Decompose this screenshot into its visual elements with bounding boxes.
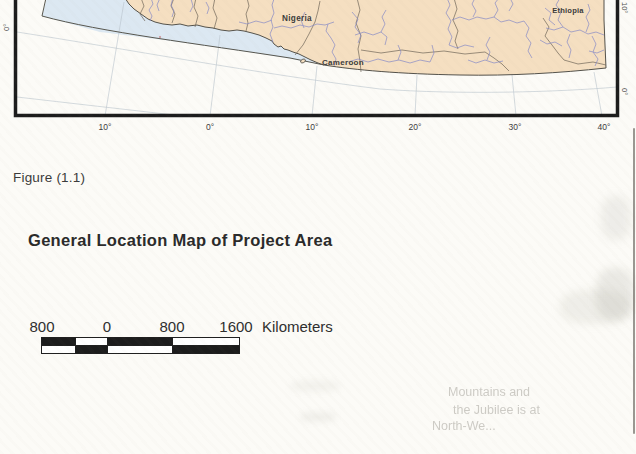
lon-label: 40° [598,122,611,132]
scale-bar-segment [172,346,239,353]
scalebar-label-1600: 1600 [219,318,252,335]
parallel-10s-line [17,97,183,116]
scalebar-label-800-right: 800 [159,318,184,335]
scalebar-label-800-left: 800 [29,318,54,335]
bleedthrough-text: the Jubilee is at [453,403,540,417]
lon-label: 10° [306,122,319,132]
scalebar-unit-label: Kilometers [262,318,333,335]
bleedthrough-text: Mountains and [448,385,530,399]
scan-smudge [290,380,340,392]
country-label-cameroon: Cameroon [322,58,364,67]
scale-bar-segment [42,338,75,345]
scale-bar-segment [75,346,107,353]
lat-label-left: 0° [2,24,11,31]
scanned-report-page: Nigeria Cameroon Ethiopia 10° 0° 10° 20°… [0,0,636,454]
location-map: Nigeria Cameroon Ethiopia 10° 0° 10° 20°… [0,0,636,142]
lon-label: 20° [409,122,422,132]
bleedthrough-text: North-We... [432,419,496,433]
lat-label-right-top: 10° [620,2,629,13]
page-edge-shadow [633,128,635,434]
scale-bar [41,337,240,354]
scale-bar-bottom-row [42,345,239,353]
lat-label-right-bottom: 0° [620,88,629,95]
scale-bar-segment [42,346,75,353]
lon-label: 10° [99,122,112,132]
scan-smudge [596,268,634,320]
lon-label: 0° [206,122,214,132]
figure-caption: Figure (1.1) [13,170,85,185]
scan-speck [159,36,161,38]
scan-smudge [300,412,336,422]
scalebar-label-0: 0 [103,318,111,335]
scan-smudge [601,196,631,240]
longitude-labels: 10° 0° 10° 20° 30° 40° [99,122,611,132]
figure-title: General Location Map of Project Area [28,231,333,250]
scale-bar-segment [107,346,172,353]
scale-bar-top-row [42,338,239,345]
scale-bar-segment [107,338,172,345]
scale-bar-segment [172,338,239,345]
scale-bar-segment [75,338,107,345]
scan-smudge [560,290,630,324]
country-label-nigeria: Nigeria [282,14,312,23]
country-label-ethiopia: Ethiopia [552,6,584,15]
lon-label: 30° [509,122,522,132]
